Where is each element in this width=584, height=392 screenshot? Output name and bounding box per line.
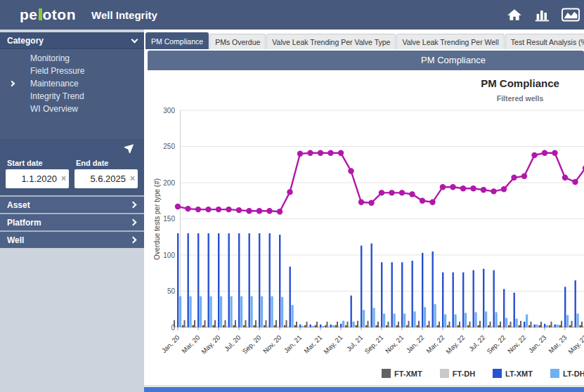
sidebar-item-maintenance[interactable]: Maintenance bbox=[0, 77, 144, 90]
navigate-icon[interactable] bbox=[124, 142, 136, 153]
logo-text-pre: pe bbox=[20, 6, 38, 23]
svg-text:200: 200 bbox=[163, 179, 175, 187]
bar-series-ft-xmt bbox=[174, 320, 583, 327]
panel-banner: PM Compliance bbox=[148, 51, 584, 70]
logo-text-post: oton bbox=[43, 6, 76, 23]
tab-valve-leak-trending-per-valve-type[interactable]: Valve Leak Trending Per Valve Type bbox=[266, 34, 396, 49]
bar-chart-icon[interactable] bbox=[533, 7, 552, 22]
svg-text:250: 250 bbox=[163, 143, 175, 150]
legend-swatch-icon bbox=[550, 369, 559, 378]
chevron-right-icon bbox=[130, 219, 137, 226]
y-axis-label: Overdue tests per type (#) bbox=[153, 178, 161, 260]
svg-text:May, 23: May, 23 bbox=[566, 334, 584, 355]
x-axis-labels: Jan, 20Mar, 20May, 20Jul, 20Sep, 20Nov, … bbox=[160, 327, 584, 355]
app-window: pe oton Well Integrity Category Monitori… bbox=[0, 0, 584, 392]
bar-series-lt-xmt bbox=[177, 233, 584, 327]
sidebar-item-integrity-trend[interactable]: Integrity Trend bbox=[0, 90, 144, 103]
legend-swatch-icon bbox=[493, 369, 502, 378]
area-chart-icon[interactable] bbox=[562, 7, 580, 22]
chevron-down-icon bbox=[131, 36, 138, 43]
sidebar: Category MonitoringField PressureMainten… bbox=[0, 30, 144, 392]
svg-text:Jan, 21: Jan, 21 bbox=[283, 334, 304, 355]
section-asset[interactable]: Asset bbox=[0, 195, 144, 213]
svg-text:Jan, 23: Jan, 23 bbox=[527, 334, 548, 355]
scrollbar-track bbox=[144, 385, 584, 392]
content-area: PM CompliancePMs OverdueValve Leak Trend… bbox=[144, 30, 584, 392]
svg-text:300: 300 bbox=[163, 107, 175, 115]
clear-end-date-icon[interactable]: × bbox=[130, 174, 135, 183]
svg-text:Mar, 22: Mar, 22 bbox=[424, 334, 446, 355]
start-date-label: Start date bbox=[7, 159, 43, 167]
section-well[interactable]: Well bbox=[0, 230, 144, 248]
peloton-logo: pe oton bbox=[20, 6, 76, 23]
legend-swatch-icon bbox=[382, 369, 391, 378]
section-platform[interactable]: Platform bbox=[0, 213, 144, 230]
tab-valve-leak-trending-per-well[interactable]: Valve Leak Trending Per Well bbox=[396, 34, 504, 49]
svg-text:Jul, 21: Jul, 21 bbox=[345, 334, 365, 353]
svg-text:Nov, 20: Nov, 20 bbox=[261, 334, 283, 355]
svg-text:150: 150 bbox=[163, 215, 175, 223]
page-title: Well Integrity bbox=[91, 9, 157, 21]
svg-text:May, 20: May, 20 bbox=[200, 334, 221, 355]
svg-text:Jan, 22: Jan, 22 bbox=[405, 334, 426, 355]
sidebar-sections: AssetPlatformWell bbox=[0, 195, 144, 248]
svg-text:Jul, 22: Jul, 22 bbox=[467, 334, 487, 353]
chevron-right-icon bbox=[130, 237, 137, 244]
header-icons bbox=[505, 0, 580, 30]
svg-text:Sep, 20: Sep, 20 bbox=[240, 334, 262, 355]
end-date-label: End date bbox=[76, 159, 108, 167]
legend-swatch-icon bbox=[440, 369, 449, 378]
svg-text:Sep, 21: Sep, 21 bbox=[363, 334, 384, 355]
horizontal-scrollbar[interactable] bbox=[144, 387, 584, 392]
end-date-input[interactable]: 5.6.2025 × bbox=[74, 169, 138, 188]
svg-text:Mar, 23: Mar, 23 bbox=[547, 334, 568, 355]
category-label: Category bbox=[7, 36, 44, 46]
svg-text:Nov, 21: Nov, 21 bbox=[384, 334, 405, 355]
chart-legend: FT-XMTFT-DHLT-XMTLT-DHS&C bbox=[382, 369, 584, 378]
legend-item-lt-dh[interactable]: LT-DH bbox=[550, 369, 584, 378]
legend-item-ft-dh[interactable]: FT-DH bbox=[440, 369, 475, 378]
svg-text:Jan, 20: Jan, 20 bbox=[160, 334, 181, 355]
sidebar-item-monitoring[interactable]: Monitoring bbox=[0, 52, 144, 65]
svg-text:100: 100 bbox=[163, 251, 175, 259]
tab-pm-compliance[interactable]: PM Compliance bbox=[145, 32, 209, 49]
logo-green-bar bbox=[39, 8, 42, 20]
legend-item-lt-xmt[interactable]: LT-XMT bbox=[493, 369, 533, 378]
svg-text:Jul, 20: Jul, 20 bbox=[223, 334, 242, 353]
pin-row bbox=[0, 139, 144, 156]
pm-compliance-chart: 050100150200250300Overdue tests per type… bbox=[144, 70, 584, 368]
tab-test-result-analysis[interactable]: Test Result Analysis (%) bbox=[505, 34, 584, 49]
tab-pms-overdue[interactable]: PMs Overdue bbox=[209, 34, 266, 49]
date-filter: Start date End date 1.1.2020 × 5.6.2025 … bbox=[0, 156, 144, 195]
svg-text:Sep, 22: Sep, 22 bbox=[485, 334, 507, 355]
home-icon[interactable] bbox=[505, 7, 524, 22]
legend-item-ft-xmt[interactable]: FT-XMT bbox=[382, 369, 422, 378]
tab-bar: PM CompliancePMs OverdueValve Leak Trend… bbox=[145, 32, 584, 49]
svg-text:Nov, 22: Nov, 22 bbox=[506, 334, 527, 355]
svg-text:Mar, 20: Mar, 20 bbox=[180, 334, 201, 355]
app-header: pe oton Well Integrity bbox=[0, 0, 584, 30]
svg-text:May, 22: May, 22 bbox=[444, 334, 466, 355]
clear-start-date-icon[interactable]: × bbox=[61, 174, 66, 183]
svg-text:May, 21: May, 21 bbox=[322, 334, 344, 355]
chart-gridlines: 050100150200250300 bbox=[163, 107, 584, 332]
bar-series-ft-dh bbox=[176, 326, 584, 327]
sidebar-item-wi-overview[interactable]: WI Overview bbox=[0, 103, 144, 115]
chevron-right-icon bbox=[130, 202, 137, 209]
svg-text:50: 50 bbox=[167, 287, 176, 295]
sidebar-item-field-pressure[interactable]: Field Pressure bbox=[0, 65, 144, 77]
panel-title: PM Compliance bbox=[397, 55, 510, 65]
start-date-input[interactable]: 1.1.2020 × bbox=[6, 169, 69, 188]
selected-arrow-icon bbox=[9, 81, 15, 86]
category-list: MonitoringField PressureMaintenanceInteg… bbox=[0, 49, 144, 139]
category-header[interactable]: Category bbox=[0, 32, 144, 49]
svg-text:Mar, 21: Mar, 21 bbox=[302, 334, 323, 355]
